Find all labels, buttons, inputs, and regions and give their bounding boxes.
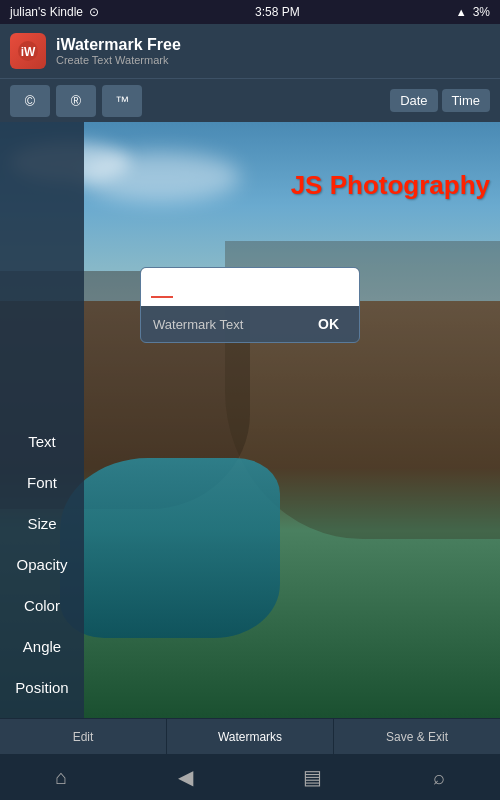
status-right: ▲ 3% <box>456 5 490 19</box>
watermark-input[interactable] <box>151 276 349 293</box>
app-name-status: julian's Kindle <box>10 5 83 19</box>
kindle-icon: ⊙ <box>89 5 99 19</box>
sidebar-item-size[interactable]: Size <box>0 503 84 544</box>
tab-watermarks[interactable]: Watermarks <box>167 719 334 754</box>
status-bar: julian's Kindle ⊙ 3:58 PM ▲ 3% <box>0 0 500 24</box>
app-title-block: iWatermark Free Create Text Watermark <box>56 36 181 66</box>
app-subtitle: Create Text Watermark <box>56 54 181 66</box>
svg-text:iW: iW <box>21 45 36 59</box>
sidebar-item-font[interactable]: Font <box>0 462 84 503</box>
left-sidebar: Text Font Size Opacity Color Angle Posit… <box>0 122 84 718</box>
home-button[interactable]: ⌂ <box>47 758 75 797</box>
sidebar-item-angle[interactable]: Angle <box>0 626 84 667</box>
status-left: julian's Kindle ⊙ <box>10 5 99 19</box>
copyright-button[interactable]: © <box>10 85 50 117</box>
time-button[interactable]: Time <box>442 89 490 112</box>
sidebar-item-color[interactable]: Color <box>0 585 84 626</box>
watermark-dialog: Watermark Text OK <box>140 267 360 343</box>
dialog-input-row <box>141 268 359 306</box>
sidebar-item-opacity[interactable]: Opacity <box>0 544 84 585</box>
watermark-on-image: JS Photography <box>291 170 490 201</box>
input-underline <box>151 296 173 298</box>
toolbar-right: Date Time <box>390 89 490 112</box>
menu-button[interactable]: ▤ <box>295 757 330 797</box>
dialog-label: Watermark Text <box>153 317 243 332</box>
app-header: iW iWatermark Free Create Text Watermark <box>0 24 500 78</box>
tab-edit[interactable]: Edit <box>0 719 167 754</box>
bottom-nav: ⌂ ◀ ▤ ⌕ <box>0 754 500 800</box>
status-time: 3:58 PM <box>255 5 300 19</box>
toolbar: © ® ™ Date Time <box>0 78 500 122</box>
search-button[interactable]: ⌕ <box>425 758 453 797</box>
dialog-footer: Watermark Text OK <box>141 306 359 342</box>
main-area: JS Photography Watermark Text OK Text Fo… <box>0 122 500 718</box>
cloud2 <box>80 152 240 202</box>
app-title: iWatermark Free <box>56 36 181 54</box>
date-button[interactable]: Date <box>390 89 437 112</box>
wifi-icon: ▲ <box>456 6 467 18</box>
bottom-tabs: Edit Watermarks Save & Exit <box>0 718 500 754</box>
dialog-ok-button[interactable]: OK <box>310 314 347 334</box>
water-area <box>60 458 280 638</box>
battery-level: 3% <box>473 5 490 19</box>
sidebar-item-text[interactable]: Text <box>0 421 84 462</box>
tab-save-exit[interactable]: Save & Exit <box>334 719 500 754</box>
registered-button[interactable]: ® <box>56 85 96 117</box>
sidebar-item-position[interactable]: Position <box>0 667 84 708</box>
trademark-button[interactable]: ™ <box>102 85 142 117</box>
back-button[interactable]: ◀ <box>170 757 201 797</box>
app-logo: iW <box>10 33 46 69</box>
